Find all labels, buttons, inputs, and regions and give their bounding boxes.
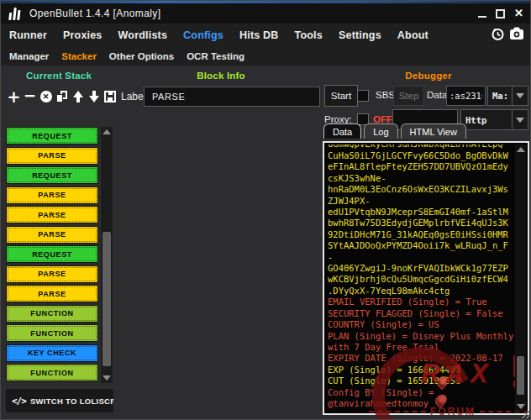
stack-block-key-check[interactable]: KEY CHECK [6,344,98,362]
move-down-icon[interactable] [86,86,102,108]
minimize-button[interactable] [478,16,486,18]
capture-line: CUT (Single) = 1659180658 [328,375,514,386]
token-line: GO406YZwgiJ-9noKrFVAQIbkWCk1g77EZP [328,263,514,274]
clone-block-icon[interactable] [54,86,70,108]
token-line: - [328,252,514,263]
stack-block-parse[interactable]: PARSE [6,186,98,204]
token-line: csKJS3whNe- [328,173,514,184]
openbullet-logo-icon [8,8,21,20]
token-line: CuHaS0iL7GjLGCYFvy66C5Ddo_BgOBvDkW [328,150,514,161]
stack-block-parse[interactable]: PARSE [6,265,98,283]
add-block-icon[interactable]: + [6,86,22,108]
code-icon: </> [12,396,26,407]
submenu-item-other-options[interactable]: Other Options [109,51,174,61]
capture-line: EMAIL VERIFIED (Single) = True [328,297,514,307]
capture-line: COUNTRY (Single) = US [328,319,514,330]
block-stack-list: REQUESTPARSEREQUESTPARSEPARSEPARSEREQUES… [6,127,98,384]
menu-item-configs[interactable]: Configs [183,29,223,41]
proxy-type-value: Http [461,115,512,125]
clear-stack-icon[interactable]: ✕ [38,86,54,108]
window-title: OpenBullet 1.4.4 [Anomaly] [29,8,161,19]
switch-to-loliscript-button[interactable]: </> SWITCH TO LOLISCRI [5,388,114,413]
switch-button-label: SWITCH TO LOLISCRI [30,396,113,406]
stack-scrollbar[interactable] [101,127,113,383]
dropdown-arrow-icon[interactable] [512,110,528,129]
token-line: eFInAL8flepFteyZEH57DD7UBVQzO1mEdy [328,161,514,172]
debugger-log: uGmwQpvLkyeRrsdHJKwbxqWZoTnAfLcpQCuHaS0i… [328,144,514,412]
start-button[interactable]: Start [324,85,358,107]
debugger-tabs: DataLogHTML View [323,123,469,139]
debugger-header: Debugger [325,71,531,81]
maximize-button[interactable] [496,9,505,18]
menu-item-hits-db[interactable]: Hits DB [239,29,279,41]
main-menu: RunnerProxiesWordlistsConfigsHits DBTool… [1,24,531,47]
submenu-item-manager[interactable]: Manager [9,51,49,61]
menu-item-about[interactable]: About [397,29,428,41]
sbs-checkbox[interactable] [357,90,369,102]
stack-block-parse[interactable]: PARSE [6,285,98,302]
menu-item-runner[interactable]: Runner [9,29,47,41]
token-line: hnRaDM0L3EoCnz6OsWxEO3KCZILavxj3Ws [328,184,514,195]
wordlist-type-value: Ma: [488,91,512,101]
stack-block-function[interactable]: FUNCTION [6,305,98,323]
menu-item-tools[interactable]: Tools [295,29,323,41]
title-bar: OpenBullet 1.4.4 [Anomaly] ✕ [1,3,531,24]
tab-log[interactable]: Log [364,123,397,139]
capture-line: Config BY (Single) = [328,387,514,398]
stack-block-function[interactable]: FUNCTION [6,364,98,381]
capture-line: EXP (Single) = 1660694400 [328,365,514,375]
stack-block-parse[interactable]: PARSE [6,226,98,244]
scrollbar-thumb[interactable] [517,356,524,395]
capture-line: PLAN (Single) = Disney Plus Monthly with… [328,331,514,354]
history-clock-icon[interactable] [491,27,505,41]
scrollbar-thumb[interactable] [103,232,111,366]
camera-icon[interactable] [509,27,524,40]
scroll-down-icon[interactable] [515,404,526,409]
dropdown-arrow-icon[interactable] [512,87,528,105]
capture-line: SECURITY FLAGGED (Single) = False [328,308,514,319]
capture-line: @tanvirahamedtonmoy [328,398,514,409]
submenu-item-stacker[interactable]: Stacker [61,51,97,61]
menu-item-settings[interactable]: Settings [339,29,381,41]
token-line: ZJWJ4PX- [328,196,514,207]
stack-block-function[interactable]: FUNCTION [6,324,98,342]
close-button[interactable]: ✕ [514,8,523,19]
block-info-header: Block Info [117,71,325,81]
wordlist-type-dropdown[interactable]: Ma: [487,86,528,106]
clipped-log-line: uGmwQpvLkyeRrsdHJKwbxqWZoTnAfLcpQ [328,144,514,150]
tab-html-view[interactable]: HTML View [401,123,466,139]
debugger-scrollbar[interactable] [515,144,526,412]
proxy-type-dropdown[interactable]: Http [460,109,528,130]
stack-block-request[interactable]: REQUEST [6,166,98,184]
remove-block-icon[interactable]: − [22,86,38,108]
tab-data[interactable]: Data [323,123,361,139]
stack-block-request[interactable]: REQUEST [6,245,98,263]
stack-block-parse[interactable]: PARSE [6,147,98,165]
sbs-label: SBS [376,90,395,100]
menu-item-proxies[interactable]: Proxies [63,29,103,41]
token-line: .DYyQxX-7YeqL98mAkc4ctg [328,286,514,297]
app-window: OpenBullet 1.4.4 [Anomaly] ✕ RunnerProxi… [0,0,531,420]
scroll-up-icon[interactable] [101,129,113,134]
stack-toolbar: + − ✕ [6,85,118,108]
data-input[interactable] [446,86,486,106]
current-stack-header: Current Stack [1,71,117,81]
debugger-output-panel: uGmwQpvLkyeRrsdHJKwbxqWZoTnAfLcpQCuHaS0i… [323,141,529,415]
token-line: wKCBVjbrhj0cQu5UmqcGgcdGiHi0zfECW4 [328,274,514,285]
block-label-input[interactable] [144,87,320,107]
capture-line: EXPIRY DATE (Single) = 2022-08-17 [328,353,514,364]
stack-block-parse[interactable]: PARSE [6,206,98,223]
menu-item-wordlists[interactable]: Wordlists [118,29,168,41]
save-config-icon[interactable] [102,86,118,108]
submenu-item-ocr-testing[interactable]: OCR Testing [187,51,244,61]
configs-submenu: ManagerStackerOther OptionsOCR Testing [1,47,531,66]
token-line: SYtAAJDOoQxPYMZD4Ooii7k_wLRuqJ_n_F [328,240,514,251]
token-line: 92DtiDHcM71G_31kAQEq0gsE0iHSsi0HMR [328,229,514,240]
move-up-icon[interactable] [70,86,86,108]
scroll-up-icon[interactable] [515,147,526,152]
token-line: bwhR8Tw75D3EdydjGEMplrbfVEi4qUJs3K [328,218,514,228]
step-button[interactable]: Step [393,86,424,106]
scroll-down-icon[interactable] [101,375,113,381]
token-line: edU1PVtqbN9JMceprS8EmGI40mf-1aStlM [328,207,514,218]
stack-block-request[interactable]: REQUEST [6,127,98,144]
